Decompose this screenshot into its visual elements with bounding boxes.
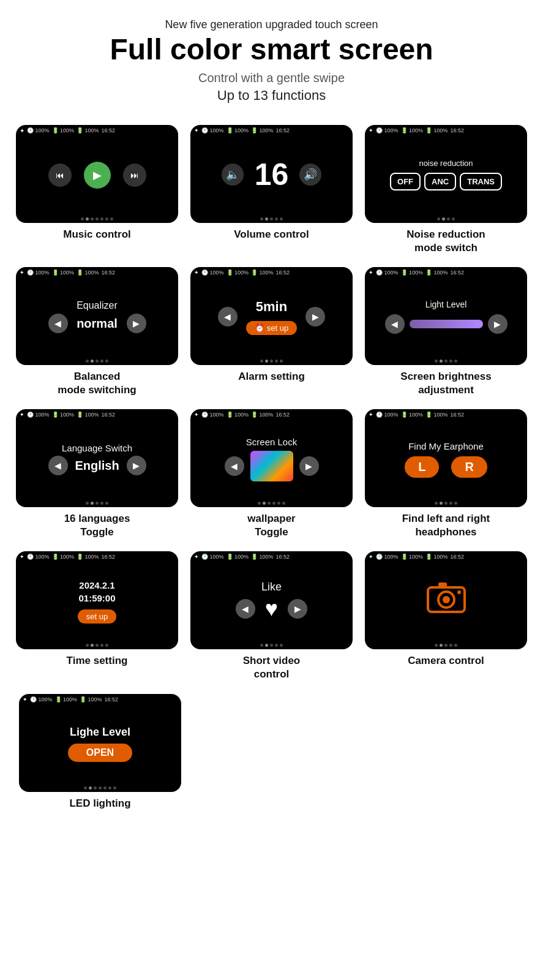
bat2: 🔋 100%	[52, 270, 75, 276]
dot	[84, 786, 87, 790]
bat2: 🔋 100%	[52, 127, 75, 134]
find-left-button[interactable]: L	[405, 456, 439, 478]
alarm-prev-button[interactable]: ◀	[218, 307, 238, 326]
bat1: 🕐 100%	[201, 127, 224, 134]
dot	[265, 644, 268, 647]
eq-prev-button[interactable]: ◀	[48, 314, 68, 333]
dot	[454, 644, 457, 647]
bat1: 🕐 100%	[27, 270, 50, 276]
cell-music-control: ✦ 🕐 100% 🔋 100% 🔋 100% 16:52 ⏮ ▶ ⏭	[16, 125, 178, 255]
bat3: 🔋 100%	[425, 412, 448, 418]
time-content: 2024.2.1 01:59:00 set up	[16, 561, 178, 641]
music-label: Music control	[63, 228, 131, 241]
forward-button[interactable]: ⏭	[123, 164, 146, 187]
dot	[435, 502, 438, 505]
vol-up-button[interactable]: 🔊	[299, 164, 321, 186]
status-bar-noise: ✦ 🕐 100% 🔋 100% 🔋 100% 16:52	[365, 125, 527, 135]
eq-row: ◀ normal ▶	[48, 314, 146, 333]
time-date: 2024.2.1 01:59:00	[78, 579, 115, 605]
led-open-button[interactable]: OPEN	[68, 744, 132, 762]
dot	[94, 786, 97, 790]
bat3: 🔋 100%	[77, 412, 99, 418]
like-next-button[interactable]: ▶	[288, 599, 307, 619]
bat3: 🔋 100%	[251, 554, 274, 560]
cell-language: ✦ 🕐 100% 🔋 100% 🔋 100% 16:52 Language Sw…	[16, 409, 178, 539]
time-setup-button[interactable]: set up	[78, 609, 116, 624]
noise-content: noise reduction OFF ANC TRANS	[365, 135, 527, 215]
bright-prev-button[interactable]: ◀	[385, 314, 405, 334]
bat2: 🔋 100%	[227, 270, 249, 276]
status-bar-led: ✦ 🕐 100% 🔋 100% 🔋 100% 16:52	[19, 694, 181, 704]
time: 16:52	[102, 554, 116, 560]
dot	[258, 502, 261, 505]
time: 16:52	[105, 696, 119, 703]
bat1: 🕐 100%	[376, 412, 399, 418]
header-desc2: Up to 13 functions	[110, 88, 433, 104]
dot	[100, 217, 103, 221]
dot	[113, 786, 116, 790]
watch-time: ✦ 🕐 100% 🔋 100% 🔋 100% 16:52 2024.2.1 01…	[16, 551, 178, 649]
lang-next-button[interactable]: ▶	[127, 456, 146, 475]
watch-wallpaper: ✦ 🕐 100% 🔋 100% 🔋 100% 16:52 Screen Lock…	[190, 409, 353, 507]
time: 16:52	[451, 127, 465, 134]
bright-next-button[interactable]: ▶	[488, 314, 507, 334]
header-title: Full color smart screen	[110, 34, 433, 66]
dot	[275, 217, 278, 221]
eq-label: Balancedmode switching	[58, 370, 136, 397]
time: 16:52	[451, 554, 465, 560]
brightness-row: ◀ ▶	[385, 314, 507, 334]
noise-trans-button[interactable]: TRANS	[460, 173, 502, 190]
bat1: 🕐 100%	[27, 554, 50, 560]
time-setup-label: set up	[86, 612, 108, 621]
bat1: 🕐 100%	[27, 127, 50, 134]
volume-display: 🔈 16 🔊	[222, 157, 322, 192]
volume-content: 🔈 16 🔊	[190, 135, 353, 215]
status-bar-cam: ✦ 🕐 100% 🔋 100% 🔋 100% 16:52	[365, 551, 527, 561]
lang-row: ◀ English ▶	[48, 456, 146, 475]
noise-off-button[interactable]: OFF	[390, 173, 421, 190]
watch-find: ✦ 🕐 100% 🔋 100% 🔋 100% 16:52 Find My Ear…	[365, 409, 527, 507]
noise-anc-button[interactable]: ANC	[424, 173, 456, 190]
alarm-next-button[interactable]: ▶	[305, 307, 325, 326]
dot	[282, 502, 285, 505]
play-button[interactable]: ▶	[84, 162, 111, 189]
dot	[454, 360, 457, 363]
find-right-button[interactable]: R	[451, 456, 487, 478]
camera-label: Camera control	[408, 654, 484, 668]
like-row: ◀ ♥ ▶	[236, 596, 307, 622]
cell-led: ✦ 🕐 100% 🔋 100% 🔋 100% 16:52 Lighe Level…	[19, 694, 181, 810]
eq-next-button[interactable]: ▶	[127, 314, 146, 333]
dot	[454, 502, 457, 505]
volume-label: Volume control	[234, 228, 309, 241]
dots-music	[16, 215, 178, 223]
rewind-button[interactable]: ⏮	[48, 164, 72, 187]
bat2: 🔋 100%	[52, 412, 75, 418]
led-content: Lighe Level OPEN	[19, 704, 181, 784]
alarm-row: ◀ 5min ⏰ set up ▶	[218, 299, 325, 335]
vol-down-button[interactable]: 🔈	[222, 164, 244, 186]
wallpaper-thumbnail	[250, 451, 293, 481]
dot	[86, 644, 89, 647]
music-controls: ⏮ ▶ ⏭	[48, 162, 146, 189]
find-content: Find My Earphone L R	[365, 419, 527, 499]
dot	[275, 360, 278, 363]
lang-prev-button[interactable]: ◀	[48, 456, 68, 475]
dot	[275, 644, 278, 647]
like-prev-button[interactable]: ◀	[236, 599, 255, 619]
dot	[86, 360, 89, 363]
svg-point-2	[443, 596, 450, 603]
svg-rect-3	[438, 582, 447, 589]
wallpaper-row: ◀ ▶	[225, 451, 319, 481]
wall-next-button[interactable]: ▶	[299, 456, 319, 476]
bat1: 🕐 100%	[201, 270, 224, 276]
bat2: 🔋 100%	[401, 412, 424, 418]
dot	[86, 502, 89, 505]
wall-prev-button[interactable]: ◀	[225, 456, 244, 476]
bt-icon: ✦	[369, 270, 373, 276]
dot	[99, 786, 102, 790]
dot	[280, 644, 283, 647]
watch-music: ✦ 🕐 100% 🔋 100% 🔋 100% 16:52 ⏮ ▶ ⏭	[16, 125, 178, 223]
cell-short-video: ✦ 🕐 100% 🔋 100% 🔋 100% 16:52 Like ◀ ♥ ▶	[190, 551, 353, 681]
alarm-setup-button[interactable]: ⏰ set up	[246, 321, 297, 335]
dot	[265, 217, 268, 221]
